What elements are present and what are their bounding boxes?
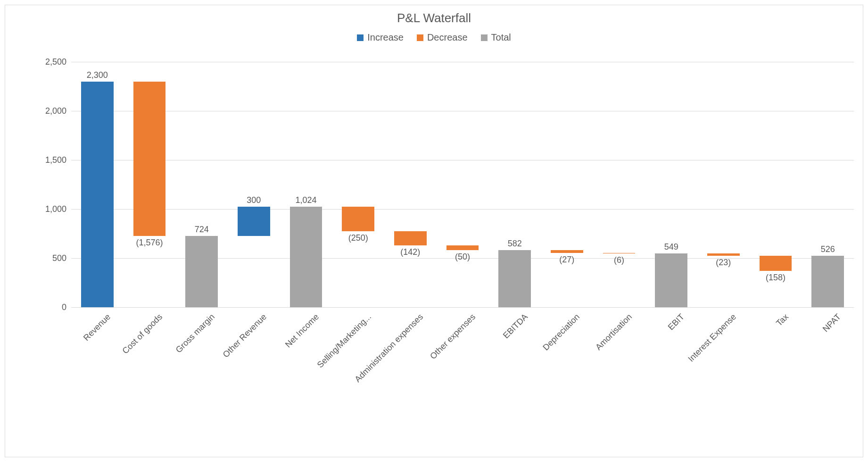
legend-swatch-decrease xyxy=(417,34,423,41)
chart-title: P&L Waterfall xyxy=(5,11,863,25)
waterfall-bar xyxy=(394,231,427,245)
legend-label-decrease: Decrease xyxy=(427,32,468,43)
waterfall-bar xyxy=(707,253,740,256)
waterfall-bar xyxy=(811,256,844,307)
bar-data-label: 582 xyxy=(482,239,548,249)
legend-item-total: Total xyxy=(481,32,511,43)
bar-data-label: (1,576) xyxy=(116,238,182,248)
bar-data-label: 2,300 xyxy=(64,70,130,80)
waterfall-bar xyxy=(290,207,322,307)
bar-data-label: (158) xyxy=(743,273,809,283)
waterfall-bar xyxy=(603,253,636,253)
waterfall-bar xyxy=(238,207,270,236)
y-tick-label: 1,000 xyxy=(45,204,66,214)
y-tick-label: 500 xyxy=(52,253,66,263)
legend-swatch-total xyxy=(481,34,488,41)
legend-swatch-increase xyxy=(357,34,364,41)
bar-data-label: (6) xyxy=(586,255,652,265)
waterfall-bar xyxy=(133,82,166,236)
waterfall-bar xyxy=(760,256,792,271)
plot-area: 05001,0001,5002,0002,5002,300Revenue(1,5… xyxy=(71,62,854,308)
waterfall-bar xyxy=(498,250,531,307)
legend-label-increase: Increase xyxy=(367,32,404,43)
y-tick-label: 2,000 xyxy=(45,106,66,116)
waterfall-bar xyxy=(81,82,114,307)
waterfall-bar xyxy=(551,250,583,253)
bar-data-label: 526 xyxy=(795,244,861,254)
bar-data-label: (50) xyxy=(430,252,496,262)
bar-data-label: 1,024 xyxy=(273,195,339,205)
plot-wrap: 05001,0001,5002,0002,5002,300Revenue(1,5… xyxy=(43,62,854,340)
y-tick-label: 2,500 xyxy=(45,57,66,67)
waterfall-bar xyxy=(185,236,218,307)
legend-label-total: Total xyxy=(491,32,511,43)
gridline xyxy=(71,160,854,160)
bar-data-label: 724 xyxy=(169,225,235,235)
gridline xyxy=(71,111,854,111)
bar-data-label: (23) xyxy=(690,258,756,268)
waterfall-bar xyxy=(655,253,687,307)
gridline xyxy=(71,62,854,62)
y-tick-label: 0 xyxy=(62,302,66,312)
gridline xyxy=(71,209,854,210)
y-tick-label: 1,500 xyxy=(45,155,66,165)
bar-data-label: 549 xyxy=(638,242,704,252)
waterfall-bar xyxy=(446,245,479,250)
waterfall-bar xyxy=(342,207,374,231)
chart-frame: P&L Waterfall Increase Decrease Total 05… xyxy=(5,5,863,457)
bar-data-label: (250) xyxy=(325,233,391,243)
legend-item-decrease: Decrease xyxy=(417,32,468,43)
chart-legend: Increase Decrease Total xyxy=(5,32,863,43)
legend-item-increase: Increase xyxy=(357,32,404,43)
